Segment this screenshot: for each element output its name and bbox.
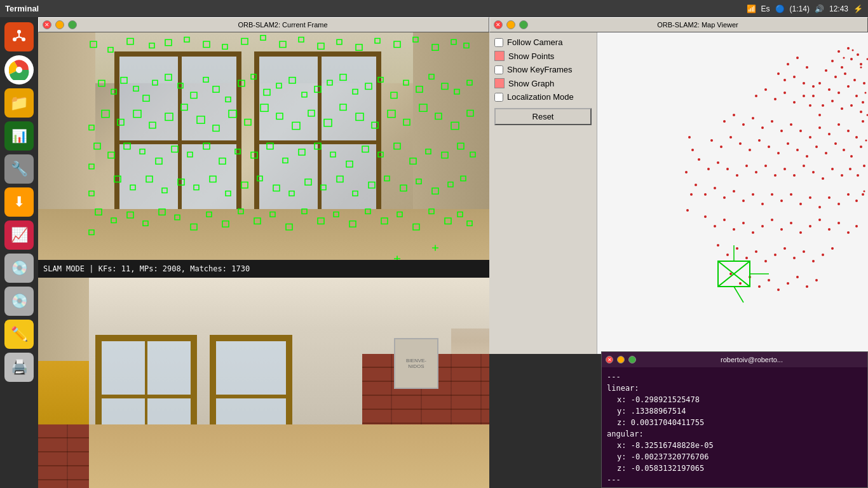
- sidebar-item-print[interactable]: 🖨️: [4, 353, 34, 382]
- localization-mode-row[interactable]: Localization Mode: [494, 92, 592, 102]
- follow-camera-checkbox[interactable]: [494, 38, 503, 47]
- svg-point-322: [690, 193, 693, 196]
- map-minimize-button[interactable]: [506, 20, 515, 29]
- show-keyframes-row[interactable]: Show KeyFrames: [494, 65, 592, 74]
- map-close-button[interactable]: ✕: [494, 20, 503, 29]
- svg-rect-126: [353, 191, 358, 196]
- svg-rect-73: [276, 113, 283, 119]
- bluetooth-icon: 🔵: [775, 4, 785, 13]
- svg-point-330: [865, 140, 867, 142]
- sidebar-item-chrome[interactable]: [4, 55, 34, 85]
- localization-mode-checkbox[interactable]: [494, 93, 503, 102]
- bottom-right-area: ✕ robertoiv@roberto... --- linear: x: -0…: [489, 354, 868, 488]
- sidebar-item-files[interactable]: 📁: [4, 88, 34, 118]
- sidebar-item-ubuntu[interactable]: [4, 22, 34, 51]
- svg-rect-95: [235, 149, 240, 154]
- svg-point-256: [841, 174, 843, 177]
- follow-camera-row[interactable]: Follow Camera: [494, 37, 592, 47]
- map-maximize-button[interactable]: [519, 20, 528, 29]
- window-pane-tl: [102, 341, 147, 395]
- svg-rect-105: [394, 143, 400, 149]
- svg-rect-134: [95, 209, 102, 215]
- svg-rect-158: [467, 221, 472, 226]
- svg-rect-41: [213, 86, 219, 92]
- svg-rect-31: [98, 80, 105, 86]
- sidebar-item-monitor[interactable]: 📈: [4, 220, 34, 250]
- svg-rect-161: [89, 191, 94, 196]
- svg-point-185: [862, 101, 864, 104]
- svg-point-282: [733, 228, 735, 231]
- svg-point-228: [749, 149, 751, 151]
- show-graph-row[interactable]: Show Graph: [494, 78, 592, 88]
- svg-point-231: [777, 152, 780, 154]
- svg-point-245: [736, 174, 738, 177]
- terminal-close-button[interactable]: ✕: [606, 356, 613, 363]
- svg-rect-51: [340, 74, 346, 80]
- svg-rect-129: [400, 185, 407, 191]
- terminal-window: ✕ robertoiv@roberto... --- linear: x: -0…: [601, 351, 868, 488]
- sidebar-item-settings[interactable]: 🔧: [4, 154, 34, 184]
- svg-point-241: [698, 158, 700, 161]
- svg-point-233: [796, 149, 799, 151]
- show-graph-color: [494, 78, 505, 88]
- svg-point-267: [761, 203, 764, 205]
- svg-point-248: [764, 165, 767, 167]
- maximize-button[interactable]: [68, 20, 77, 29]
- svg-point-235: [815, 146, 818, 148]
- svg-point-194: [806, 66, 808, 69]
- svg-point-324: [843, 57, 845, 59]
- svg-point-319: [688, 136, 691, 139]
- svg-point-285: [761, 225, 764, 227]
- svg-point-246: [745, 165, 748, 167]
- sidebar-item-download[interactable]: ⬇: [4, 187, 34, 217]
- svg-point-286: [771, 219, 773, 221]
- svg-point-189: [841, 107, 843, 110]
- svg-rect-10: [90, 41, 97, 47]
- show-keyframes-label: Show KeyFrames: [507, 65, 573, 74]
- svg-rect-111: [114, 176, 121, 182]
- svg-point-315: [787, 282, 789, 285]
- svg-rect-114: [162, 188, 167, 193]
- svg-point-274: [828, 196, 831, 199]
- sidebar-item-calc[interactable]: 📊: [4, 121, 34, 151]
- svg-rect-79: [372, 122, 378, 128]
- minimize-button[interactable]: [55, 20, 64, 29]
- svg-rect-26: [394, 41, 400, 47]
- close-button[interactable]: ✕: [43, 20, 51, 29]
- svg-point-301: [764, 260, 767, 262]
- svg-point-213: [771, 120, 773, 123]
- svg-rect-17: [222, 44, 227, 50]
- sidebar-item-disk2[interactable]: 💿: [4, 287, 34, 316]
- svg-rect-104: [378, 152, 383, 157]
- svg-point-277: [855, 200, 858, 202]
- terminal-minimize-button[interactable]: [617, 356, 625, 363]
- show-keyframes-checkbox[interactable]: [494, 65, 503, 74]
- reset-button[interactable]: Reset: [494, 108, 592, 125]
- svg-point-258: [857, 174, 859, 177]
- sidebar-item-edit[interactable]: ✏️: [4, 320, 34, 349]
- svg-rect-146: [286, 224, 292, 229]
- svg-rect-63: [118, 119, 124, 125]
- terminal-maximize-button[interactable]: [628, 356, 636, 363]
- svg-point-198: [803, 82, 805, 85]
- svg-point-170: [857, 53, 859, 56]
- svg-point-210: [742, 123, 745, 126]
- svg-point-291: [818, 219, 821, 221]
- svg-rect-29: [451, 39, 456, 44]
- svg-rect-155: [429, 209, 434, 214]
- terminal-titlebar: ✕ robertoiv@roberto...: [602, 352, 867, 367]
- svg-rect-35: [143, 95, 149, 101]
- svg-point-202: [774, 98, 776, 100]
- svg-rect-138: [159, 209, 165, 215]
- show-points-row[interactable]: Show Points: [494, 51, 592, 61]
- svg-point-216: [799, 130, 802, 132]
- topbar: Terminal 📶 Es 🔵 (1:14) 🔊 12:43 ⚡: [0, 0, 868, 17]
- svg-point-325: [852, 50, 854, 51]
- localization-mode-label: Localization Mode: [507, 92, 574, 102]
- svg-point-179: [863, 82, 865, 85]
- svg-point-318: [815, 279, 818, 281]
- sidebar-item-disk[interactable]: 💿: [4, 254, 34, 283]
- svg-point-284: [752, 231, 754, 234]
- svg-rect-39: [191, 92, 197, 98]
- svg-rect-20: [280, 41, 286, 47]
